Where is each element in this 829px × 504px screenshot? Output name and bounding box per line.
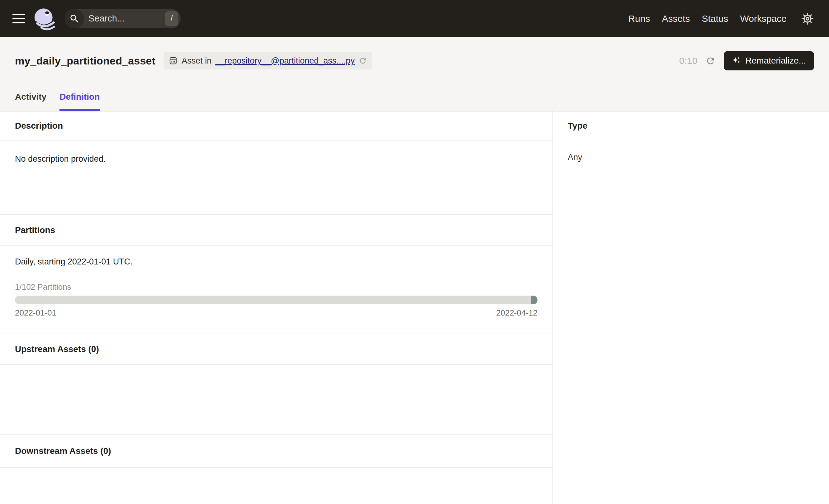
partition-progress-fill xyxy=(531,296,538,304)
hamburger-menu-button[interactable] xyxy=(12,14,25,23)
description-body: No description provided. xyxy=(0,140,552,214)
definition-left-column: Description No description provided. Par… xyxy=(0,111,553,504)
definition-right-column: Type Any xyxy=(553,111,829,504)
rematerialize-button[interactable]: Rematerialize... xyxy=(724,51,814,70)
description-heading: Description xyxy=(0,111,552,140)
rematerialize-label: Rematerialize... xyxy=(745,56,806,66)
asset-location-tag: Asset in __repository__@partitioned_ass.… xyxy=(164,52,372,69)
type-heading: Type xyxy=(553,111,829,140)
gear-icon xyxy=(801,12,814,25)
asset-page-header: my_daily_partitioned_asset Asset in __re… xyxy=(0,37,829,111)
dagster-logo[interactable] xyxy=(32,7,56,31)
reload-icon xyxy=(358,57,367,65)
search-shortcut-badge: / xyxy=(165,11,178,26)
type-value: Any xyxy=(553,140,829,162)
partitions-body: Daily, starting 2022-01-01 UTC. 1/102 Pa… xyxy=(0,246,552,334)
reload-repository-button[interactable] xyxy=(358,57,367,65)
asset-tag-prefix: Asset in xyxy=(182,56,211,66)
sparkle-icon xyxy=(732,56,741,65)
refresh-icon xyxy=(706,56,716,66)
repository-icon xyxy=(169,56,178,65)
partition-range-start: 2022-01-01 xyxy=(15,308,57,318)
refresh-countdown: 0:10 xyxy=(679,56,697,66)
partition-count: 1/102 Partitions xyxy=(15,282,538,292)
refresh-button[interactable] xyxy=(706,56,716,66)
definition-content: Description No description provided. Par… xyxy=(0,111,829,504)
upstream-assets-heading: Upstream Assets (0) xyxy=(0,334,552,364)
nav-status[interactable]: Status xyxy=(701,13,728,24)
search-icon xyxy=(65,9,84,28)
downstream-assets-body xyxy=(0,467,552,504)
settings-button[interactable] xyxy=(801,12,814,25)
downstream-assets-heading: Downstream Assets (0) xyxy=(0,434,552,467)
tab-definition[interactable]: Definition xyxy=(60,84,100,111)
partition-progress-bar xyxy=(15,296,538,304)
asset-tabs: Activity Definition xyxy=(15,84,814,111)
global-search: / xyxy=(65,9,181,28)
search-input[interactable] xyxy=(84,13,165,24)
tab-activity[interactable]: Activity xyxy=(15,84,46,111)
top-navigation-bar: / Runs Assets Status Workspace xyxy=(0,0,829,37)
nav-runs[interactable]: Runs xyxy=(628,13,650,24)
nav-assets[interactable]: Assets xyxy=(662,13,690,24)
partitions-heading: Partitions xyxy=(0,214,552,246)
page-title: my_daily_partitioned_asset xyxy=(15,55,155,67)
partition-schedule: Daily, starting 2022-01-01 UTC. xyxy=(15,257,538,267)
partition-range-end: 2022-04-12 xyxy=(496,308,538,318)
nav-workspace[interactable]: Workspace xyxy=(740,13,787,24)
upstream-assets-body xyxy=(0,364,552,434)
top-nav-links: Runs Assets Status Workspace xyxy=(628,13,787,24)
repository-link[interactable]: __repository__@partitioned_ass....py xyxy=(215,56,355,66)
